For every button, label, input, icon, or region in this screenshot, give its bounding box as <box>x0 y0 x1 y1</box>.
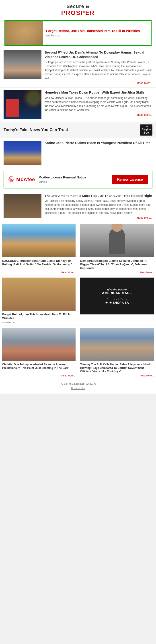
ad-title[interactable]: Forget Retinol, Use This Household Item … <box>46 29 140 33</box>
babylon-section-title: Today's Fake News You Can Trust <box>4 128 140 132</box>
amendment-row: The 2nd Amendment Is More Popular Than E… <box>4 194 152 219</box>
disney-readmore[interactable]: Read More... <box>2 271 75 274</box>
article-hamas-image <box>4 50 41 85</box>
article-hamas-body: Outrage poured in from across the politi… <box>45 60 152 80</box>
header: Secure & PROSPER <box>0 0 156 18</box>
retinol-title: Forget Retinol, Use This Household Item … <box>2 313 75 320</box>
mcafee-notice-title: McAfee License Renewal Notice <box>39 176 108 179</box>
footer-address: PO Box 455, Leesburg, VA 20178 <box>4 382 152 385</box>
sammy-title: 'Sammy The Bull' Calls Hunter Biden Alle… <box>80 363 154 373</box>
renew-license-button[interactable]: Renew License <box>112 175 148 184</box>
footer: PO Box 455, Leesburg, VA 20178 Unsubscri… <box>0 379 156 394</box>
article-hamas: Beyond F***ed Up: Dem's Attempt To Downp… <box>0 48 156 88</box>
shopusa-button[interactable]: ✦ ✦ SHOP USA <box>105 301 129 304</box>
johnson-image <box>80 224 154 257</box>
mcafee-notice-sub: McAfee <box>39 180 47 183</box>
retinol-url: wrinkles.pro <box>2 321 75 324</box>
sammy-image <box>80 328 154 361</box>
amendment-article: The 2nd Amendment Is More Popular Than E… <box>0 191 156 222</box>
amendment-body: Via Tactical Shift News by Sassy Liberty… <box>45 199 152 215</box>
bottom-col-sammy: 'Sammy The Bull' Calls Hunter Biden Alle… <box>78 326 156 379</box>
shopusa-star-icon: ✦ <box>105 301 108 304</box>
grid-item-disney: EXCLUSIVE: Independent Audit Blasts Disn… <box>0 222 78 276</box>
article-hamas-readmore[interactable]: Read More... <box>45 82 152 85</box>
shopusa-divider <box>91 296 143 296</box>
babylon-article: Karine Jean-Pierre Claims Biden Is Young… <box>0 138 156 168</box>
logo: Secure & PROSPER <box>61 4 95 16</box>
mcafee-content: McAfee License Renewal Notice McAfee <box>39 176 108 184</box>
mcafee-logo-text: McAfee <box>16 177 35 182</box>
bottom-col-christie: Christie: Due To Unprecedented Factor In… <box>0 326 78 379</box>
johnson-readmore[interactable]: Read More... <box>80 271 154 274</box>
retinol-image <box>2 278 75 311</box>
christie-readmore[interactable]: Read More... <box>2 374 75 377</box>
grid-item-johnson: Democrat Strategist Claims Speaker Johns… <box>78 222 156 276</box>
johnson-title: Democrat Strategist Claims Speaker Johns… <box>80 259 154 270</box>
babylon-article-image <box>4 141 41 165</box>
grid-row-2: Forget Retinol, Use This Household Item … <box>0 276 156 326</box>
amendment-image <box>4 194 41 218</box>
grid-row-1: EXCLUSIVE: Independent Audit Blasts Disn… <box>0 222 156 276</box>
disney-title: EXCLUSIVE: Independent Audit Blasts Disn… <box>2 259 75 267</box>
mcafee-section: ☠ McAfee McAfee License Renewal Notice M… <box>4 171 152 188</box>
mcafee-logo: ☠ McAfee <box>8 175 35 184</box>
article-homeless-title: Homeless Man Takes Down Robber With Expe… <box>45 90 152 95</box>
ad-image <box>5 21 43 45</box>
christie-image <box>2 328 75 361</box>
disney-image <box>2 224 75 257</box>
babylon-header: Today's Fake News You Can Trust The Baby… <box>0 122 156 138</box>
shopusa-american-made: AMERICAN-MADE <box>102 291 132 295</box>
shopusa-ad[interactable]: give the people AMERICAN-MADE ✦ FREESPOK… <box>80 278 154 314</box>
article-homeless-image <box>4 90 41 119</box>
babylon-bee-section: Today's Fake News You Can Trust The Baby… <box>0 122 156 168</box>
sammy-readmore[interactable]: Read More... <box>80 374 154 377</box>
email-container: Secure & PROSPER Forget Retinol, Use Thi… <box>0 0 156 394</box>
article-homeless-content: Homeless Man Takes Down Robber With Expe… <box>45 90 152 119</box>
logo-line2: PROSPER <box>61 9 95 16</box>
unsubscribe-link[interactable]: Unsubscribe <box>71 387 85 390</box>
grid-item-shopusa[interactable]: give the people AMERICAN-MADE ✦ FREESPOK… <box>78 276 156 326</box>
shopusa-give-people: give the people <box>107 288 127 291</box>
article-homeless-readmore[interactable]: Read More... <box>45 113 152 116</box>
christie-title: Christie: Due To Unprecedented Factor In… <box>2 363 75 370</box>
amendment-content: The 2nd Amendment Is More Popular Than E… <box>45 194 152 219</box>
babylon-article-content: Karine Jean-Pierre Claims Biden Is Young… <box>45 141 152 165</box>
article-hamas-content: Beyond F***ed Up: Dem's Attempt To Downp… <box>45 50 152 85</box>
ad-banner[interactable]: Forget Retinol, Use This Household Item … <box>5 20 151 46</box>
shopusa-freespoke: ✦ FREESPOKE <box>107 298 127 300</box>
article-homeless-body: Via Law Officer Houston, Texas — An arme… <box>45 96 152 112</box>
article-hamas-title: Beyond F***ed Up: Dem's Attempt To Downp… <box>45 50 152 59</box>
mcafee-shield-icon: ☠ <box>8 175 15 184</box>
shopusa-content: give the people AMERICAN-MADE ✦ FREESPOK… <box>82 279 152 313</box>
article-homeless: Homeless Man Takes Down Robber With Expe… <box>0 88 156 122</box>
babylon-bee-logo: The Babylon Bee <box>140 124 152 136</box>
bottom-grid: Christie: Due To Unprecedented Factor In… <box>0 326 156 379</box>
amendment-readmore[interactable]: Read More... <box>45 216 152 219</box>
amendment-title: The 2nd Amendment Is More Popular Than E… <box>45 194 152 198</box>
logo-line1: Secure & <box>61 4 95 9</box>
babylon-article-title: Karine Jean-Pierre Claims Biden Is Young… <box>45 141 152 145</box>
grid-item-retinol: Forget Retinol, Use This Household Item … <box>0 276 78 326</box>
ad-url: wrinkles.pro <box>46 34 140 37</box>
ad-content: Forget Retinol, Use This Household Item … <box>43 21 143 45</box>
